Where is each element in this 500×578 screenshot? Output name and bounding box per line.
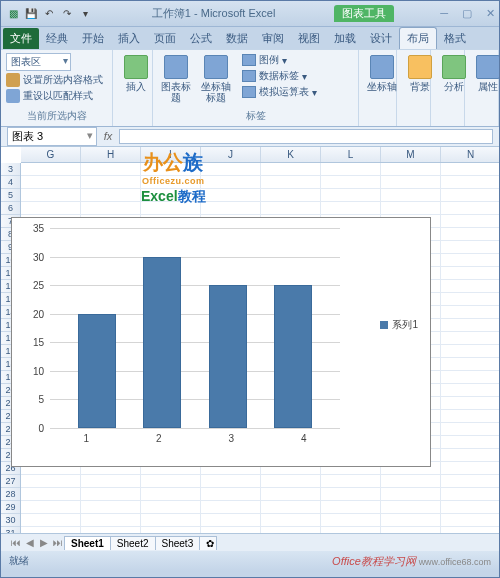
cell[interactable] (201, 202, 261, 214)
cell[interactable] (441, 397, 499, 409)
cell[interactable] (321, 189, 381, 201)
new-sheet-button[interactable]: ✿ (199, 536, 217, 550)
cell[interactable] (21, 475, 81, 487)
cell[interactable] (261, 527, 321, 533)
tab-page-layout[interactable]: 页面 (147, 28, 183, 49)
data-labels-button[interactable]: 数据标签 ▾ (242, 69, 317, 83)
tab-layout[interactable]: 布局 (399, 27, 437, 49)
cell[interactable] (201, 501, 261, 513)
cell[interactable] (321, 176, 381, 188)
cell[interactable] (441, 254, 499, 266)
properties-button[interactable]: 属性 (470, 53, 500, 94)
cell[interactable] (21, 202, 81, 214)
cell[interactable] (261, 501, 321, 513)
cell[interactable] (321, 202, 381, 214)
sheet-tab-3[interactable]: Sheet3 (155, 536, 201, 550)
cell[interactable] (261, 189, 321, 201)
cell[interactable] (441, 176, 499, 188)
cell[interactable] (441, 462, 499, 474)
maximize-icon[interactable]: ▢ (462, 7, 472, 20)
worksheet-grid[interactable]: GHIJKLMN 3456789101112131415161718192021… (1, 147, 499, 533)
cell[interactable] (201, 176, 261, 188)
cell[interactable] (381, 475, 441, 487)
column-header[interactable]: G (21, 147, 81, 162)
column-header[interactable]: L (321, 147, 381, 162)
reset-style-button[interactable]: 重设以匹配样式 (6, 89, 107, 103)
cell[interactable] (81, 176, 141, 188)
chart-bar[interactable] (209, 285, 247, 428)
tab-data[interactable]: 数据 (219, 28, 255, 49)
row-header[interactable]: 29 (1, 501, 20, 514)
tab-file[interactable]: 文件 (3, 28, 39, 49)
row-header[interactable]: 4 (1, 176, 20, 189)
cell[interactable] (81, 202, 141, 214)
undo-icon[interactable]: ↶ (41, 6, 57, 22)
cell[interactable] (381, 527, 441, 533)
format-selection-button[interactable]: 设置所选内容格式 (6, 73, 107, 87)
cell[interactable] (261, 176, 321, 188)
cell[interactable] (441, 345, 499, 357)
cell[interactable] (441, 306, 499, 318)
column-header[interactable]: H (81, 147, 141, 162)
row-header[interactable]: 28 (1, 488, 20, 501)
tab-design[interactable]: 设计 (363, 28, 399, 49)
axis-titles-button[interactable]: 坐标轴标题 (198, 53, 234, 105)
cell[interactable] (261, 514, 321, 526)
cell[interactable] (441, 410, 499, 422)
row-header[interactable]: 3 (1, 163, 20, 176)
cell[interactable] (21, 488, 81, 500)
save-icon[interactable]: 💾 (23, 6, 39, 22)
cell[interactable] (381, 514, 441, 526)
sheet-nav-prev-icon[interactable]: ◀ (23, 537, 37, 548)
cell[interactable] (81, 527, 141, 533)
close-icon[interactable]: ✕ (486, 7, 495, 20)
cell[interactable] (321, 475, 381, 487)
cell[interactable] (441, 514, 499, 526)
cell[interactable] (321, 488, 381, 500)
cell[interactable] (321, 527, 381, 533)
redo-icon[interactable]: ↷ (59, 6, 75, 22)
sheet-nav-last-icon[interactable]: ⏭ (51, 537, 65, 548)
cell[interactable] (441, 436, 499, 448)
cell[interactable] (381, 189, 441, 201)
chart-bar[interactable] (143, 257, 181, 428)
sheet-nav-next-icon[interactable]: ▶ (37, 537, 51, 548)
cell[interactable] (381, 501, 441, 513)
cell[interactable] (321, 514, 381, 526)
column-header[interactable]: M (381, 147, 441, 162)
cell[interactable] (261, 488, 321, 500)
column-header[interactable]: J (201, 147, 261, 162)
tab-review[interactable]: 审阅 (255, 28, 291, 49)
tab-home[interactable]: 开始 (75, 28, 111, 49)
cell[interactable] (441, 202, 499, 214)
sheet-tab-2[interactable]: Sheet2 (110, 536, 156, 550)
tab-classic[interactable]: 经典 (39, 28, 75, 49)
cell[interactable] (321, 501, 381, 513)
cell[interactable] (381, 488, 441, 500)
sheet-nav-first-icon[interactable]: ⏮ (9, 537, 23, 548)
qat-dropdown-icon[interactable]: ▾ (77, 6, 93, 22)
row-header[interactable]: 31 (1, 527, 20, 533)
chart-bar[interactable] (274, 285, 312, 428)
cell[interactable] (441, 423, 499, 435)
cell[interactable] (441, 332, 499, 344)
cell[interactable] (21, 514, 81, 526)
cell[interactable] (441, 449, 499, 461)
fx-icon[interactable]: fx (101, 130, 115, 144)
name-box[interactable]: 图表 3 (7, 127, 97, 146)
cell[interactable] (21, 176, 81, 188)
cell[interactable] (441, 241, 499, 253)
cell[interactable] (441, 371, 499, 383)
cell[interactable] (81, 163, 141, 175)
cell[interactable] (261, 202, 321, 214)
tab-view[interactable]: 视图 (291, 28, 327, 49)
cell[interactable] (441, 475, 499, 487)
cell[interactable] (381, 176, 441, 188)
cell[interactable] (81, 501, 141, 513)
cell[interactable] (81, 488, 141, 500)
formula-input[interactable] (119, 129, 493, 144)
sheet-tab-1[interactable]: Sheet1 (64, 536, 111, 550)
insert-shape-button[interactable]: 插入 (118, 53, 154, 94)
tab-insert[interactable]: 插入 (111, 28, 147, 49)
cell[interactable] (441, 163, 499, 175)
